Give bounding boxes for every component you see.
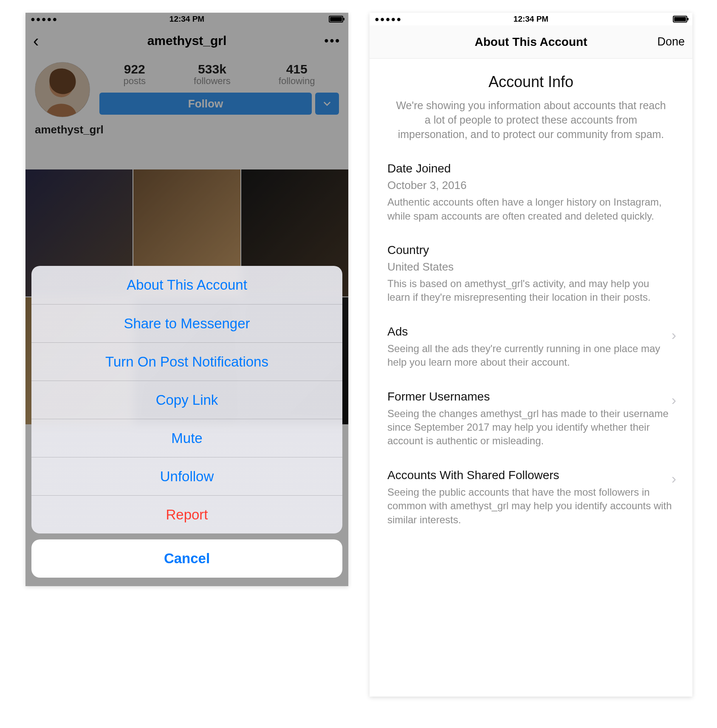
chevron-right-icon: ›	[672, 327, 676, 343]
country-value: United States	[387, 260, 675, 274]
sheet-share-to-messenger[interactable]: Share to Messenger	[31, 304, 342, 342]
date-joined-desc: Authentic accounts often have a longer h…	[387, 195, 675, 223]
sheet-mute[interactable]: Mute	[31, 419, 342, 457]
sheet-about-this-account[interactable]: About This Account	[31, 266, 342, 304]
former-usernames-title: Former Usernames	[387, 390, 675, 404]
status-time: 12:34 PM	[370, 14, 692, 24]
account-info-heading: Account Info	[387, 73, 675, 91]
sheet-cancel-button[interactable]: Cancel	[31, 539, 342, 578]
about-nav-bar: About This Account Done	[370, 25, 692, 59]
country-desc: This is based on amethyst_grl's activity…	[387, 277, 675, 305]
chevron-right-icon: ›	[672, 392, 676, 408]
account-info-subtext: We're showing you information about acco…	[387, 99, 675, 141]
about-content: Account Info We're showing you informati…	[370, 59, 692, 544]
chevron-right-icon: ›	[672, 470, 676, 487]
action-sheet-options: About This Account Share to Messenger Tu…	[31, 266, 342, 533]
shared-followers-desc: Seeing the public accounts that have the…	[387, 485, 675, 527]
ads-desc: Seeing all the ads they're currently run…	[387, 342, 675, 370]
section-former-usernames[interactable]: › Former Usernames Seeing the changes am…	[387, 390, 675, 448]
sheet-unfollow[interactable]: Unfollow	[31, 457, 342, 495]
shared-followers-title: Accounts With Shared Followers	[387, 468, 675, 482]
section-shared-followers[interactable]: › Accounts With Shared Followers Seeing …	[387, 468, 675, 527]
about-nav-title: About This Account	[370, 35, 692, 49]
date-joined-title: Date Joined	[387, 162, 675, 175]
section-date-joined: Date Joined October 3, 2016 Authentic ac…	[387, 162, 675, 223]
country-title: Country	[387, 243, 675, 257]
sheet-report[interactable]: Report	[31, 495, 342, 533]
date-joined-value: October 3, 2016	[387, 179, 675, 192]
ads-title: Ads	[387, 325, 675, 339]
former-usernames-desc: Seeing the changes amethyst_grl has made…	[387, 407, 675, 448]
phone-about-this-account: ●●●●● 12:34 PM About This Account Done A…	[370, 13, 692, 697]
action-sheet: About This Account Share to Messenger Tu…	[31, 266, 342, 578]
status-bar: ●●●●● 12:34 PM	[370, 13, 692, 25]
section-ads[interactable]: › Ads Seeing all the ads they're current…	[387, 325, 675, 370]
sheet-turn-on-post-notifications[interactable]: Turn On Post Notifications	[31, 342, 342, 381]
battery-icon	[673, 16, 687, 23]
section-country: Country United States This is based on a…	[387, 243, 675, 305]
sheet-copy-link[interactable]: Copy Link	[31, 381, 342, 419]
phone-profile-actionsheet: ●●●●● 12:34 PM ‹ amethyst_grl •••	[25, 13, 348, 586]
